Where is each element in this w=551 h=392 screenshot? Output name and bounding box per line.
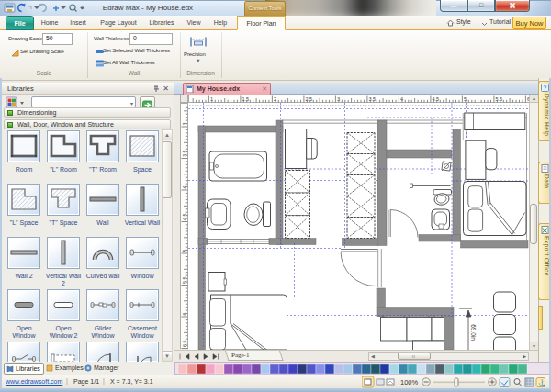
svg-text:3.5: 3.5: [182, 150, 187, 157]
svg-text:2: 2: [274, 96, 276, 102]
svg-text:100%: 100%: [400, 378, 419, 386]
svg-text:5.5: 5.5: [495, 96, 502, 102]
svg-text:4: 4: [400, 96, 403, 102]
svg-text:3: 3: [182, 122, 187, 125]
svg-text:4: 4: [182, 185, 187, 188]
svg-text:69.0in: 69.0in: [470, 324, 477, 341]
svg-text:6: 6: [182, 312, 187, 315]
svg-text:4.5: 4.5: [432, 96, 439, 102]
svg-text:5: 5: [182, 249, 187, 252]
svg-text:?: ?: [544, 84, 547, 91]
svg-text:2.5: 2.5: [305, 96, 312, 102]
svg-text:5: 5: [464, 96, 467, 102]
svg-text:5.5: 5.5: [182, 276, 187, 284]
svg-text:3.5: 3.5: [368, 96, 376, 102]
svg-text:1.5: 1.5: [242, 96, 249, 102]
svg-text:4.5: 4.5: [182, 213, 187, 220]
svg-text:⚓: ⚓: [538, 378, 545, 386]
svg-text:6.5: 6.5: [182, 340, 187, 347]
svg-text:3: 3: [337, 96, 340, 102]
